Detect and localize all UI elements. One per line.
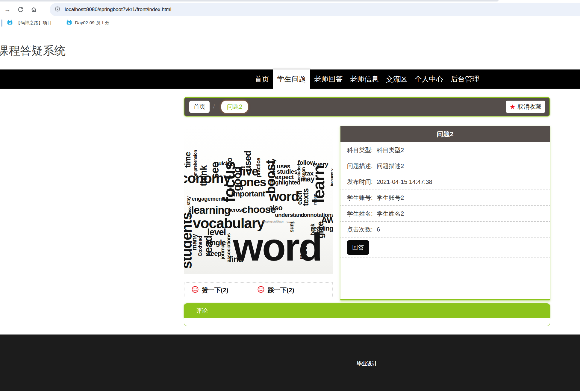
- wordcloud-word: important: [231, 190, 265, 198]
- dislike-label: 踩一下(2): [268, 286, 294, 294]
- question-row-value: 2021-04-15 14:47:38: [377, 178, 432, 185]
- url-text[interactable]: localhost:8080/springboot7vkr1/front/ind…: [65, 7, 171, 13]
- main-nav-items: 首页学生问题老师回答老师信息交流区个人中心后台管理: [184, 69, 550, 89]
- page-footer: 毕业设计: [0, 335, 580, 391]
- wordcloud-word: also: [269, 204, 282, 211]
- wordcloud-word: engagement: [192, 196, 223, 202]
- content-column: 首页 / 问题2 ★ 取消收藏 timecomprehensionthinkse…: [184, 97, 550, 326]
- wordcloud-word: follow: [298, 159, 315, 166]
- footer-inner: 毕业设计: [184, 335, 550, 367]
- wordcloud-word: practice: [256, 158, 261, 177]
- wordcloud-word: list: [299, 247, 308, 259]
- refresh-icon[interactable]: [17, 6, 24, 13]
- like-label: 赞一下(2): [202, 286, 228, 294]
- question-title: 问题2: [340, 126, 550, 142]
- wordcloud-word: texts: [302, 188, 310, 206]
- question-row-value: 问题描述2: [377, 162, 404, 170]
- breadcrumb: 首页 / 问题2 ★ 取消收藏: [184, 97, 550, 116]
- question-row: 学生账号:学生账号2: [340, 190, 550, 206]
- wordcloud-word: ones: [240, 176, 266, 188]
- wordcloud-word: level: [207, 228, 226, 237]
- wordcloud-word: understand: [275, 212, 304, 218]
- like-button[interactable]: 赞一下(2): [191, 286, 228, 295]
- question-media-column: timecomprehensionthinkseequickgoconomyfo…: [184, 126, 333, 298]
- nav-item-6[interactable]: 后台管理: [447, 69, 483, 89]
- info-icon[interactable]: [54, 6, 60, 13]
- wordcloud-word: time: [184, 152, 192, 168]
- bookmarks-divider: [1, 19, 2, 27]
- wordcloud-word: included: [296, 164, 301, 181]
- question-row-label: 科目类型:: [347, 146, 377, 154]
- comments-section: 评论: [184, 303, 550, 326]
- question-row: 问题描述:问题描述2: [340, 158, 550, 174]
- wordcloud-word: mean: [313, 194, 317, 205]
- breadcrumb-home-button[interactable]: 首页: [189, 101, 210, 113]
- bookmark-label: Day02-09-员工分...: [75, 20, 113, 26]
- unfavorite-label: 取消收藏: [517, 103, 541, 111]
- star-icon: ★: [510, 104, 515, 110]
- comments-body: [184, 318, 550, 326]
- question-rows: 科目类型:科目类型2问题描述:问题描述2发布时间:2021-04-15 14:4…: [340, 142, 550, 237]
- question-row-value: 学生账号2: [377, 194, 404, 202]
- question-detail-row: timecomprehensionthinkseequickgoconomyfo…: [184, 126, 550, 300]
- bilibili-icon: [66, 19, 75, 27]
- wordcloud-word: stay: [186, 196, 191, 205]
- question-row-label: 学生账号:: [347, 194, 377, 202]
- reactions-bar: 赞一下(2) 踩一下(2): [184, 282, 333, 298]
- wordcloud-word: note: [278, 246, 284, 256]
- breadcrumb-current-button[interactable]: 问题2: [221, 101, 248, 113]
- bookmarks-bar: 【码神之路】项目... Day02-09-员工分...: [0, 17, 580, 28]
- smile-icon: [191, 286, 202, 295]
- answer-button[interactable]: 回答: [347, 240, 369, 255]
- wordcloud-word: journals: [220, 241, 225, 259]
- wordcloud-word: keep: [207, 250, 222, 257]
- nav-item-1[interactable]: 学生问题: [273, 69, 310, 89]
- wordcloud-image: timecomprehensionthinkseequickgoconomyfo…: [184, 126, 333, 274]
- wordcloud-word: keeping Middleton: [263, 220, 283, 223]
- question-row: 发布时间:2021-04-15 14:47:38: [340, 174, 550, 190]
- wordcloud-word: word: [269, 190, 299, 203]
- dislike-button[interactable]: 踩一下(2): [257, 286, 332, 295]
- question-row-label: 点击次数:: [347, 225, 377, 234]
- bookmark-label: 【码神之路】项目...: [16, 20, 56, 26]
- question-row-label: 问题描述:: [347, 162, 377, 170]
- address-bar[interactable]: localhost:8080/springboot7vkr1/front/ind…: [50, 3, 580, 16]
- nav-item-0[interactable]: 首页: [252, 69, 272, 89]
- unfavorite-button[interactable]: ★ 取消收藏: [506, 101, 545, 113]
- frown-icon: [257, 286, 268, 295]
- bookmark-item-2[interactable]: Day02-09-员工分...: [66, 19, 113, 27]
- wordcloud-word: money: [271, 159, 276, 175]
- question-panel: 问题2 科目类型:科目类型2问题描述:问题描述2发布时间:2021-04-15 …: [340, 126, 550, 300]
- wordcloud-word: many: [191, 234, 198, 250]
- question-row-label: 发布时间:: [347, 178, 377, 186]
- wordcloud-word: highlighted: [270, 179, 300, 185]
- question-row-value: 科目类型2: [377, 146, 404, 154]
- browser-toolbar: → localhost:8080/springboot7vkr1/front/i…: [0, 1, 580, 17]
- nav-item-4[interactable]: 交流区: [383, 69, 411, 89]
- nav-item-5[interactable]: 个人中心: [411, 69, 447, 89]
- question-row-value: 6: [377, 226, 380, 233]
- wordcloud-word: frequently: [330, 169, 333, 186]
- question-row: 点击次数:6: [340, 222, 550, 237]
- question-row: 科目类型:科目类型2: [340, 142, 550, 158]
- answer-button-row: 回答: [340, 237, 550, 258]
- nav-item-2[interactable]: 老师回答: [311, 69, 346, 89]
- wordcloud-word: word: [233, 228, 321, 267]
- wordcloud-word: AWL: [321, 216, 333, 225]
- question-row: 学生姓名:学生姓名2: [340, 206, 550, 222]
- page: → localhost:8080/springboot7vkr1/front/i…: [0, 0, 580, 392]
- bookmark-item-1[interactable]: 【码神之路】项目...: [7, 19, 56, 27]
- nav-item-3[interactable]: 老师信息: [347, 69, 382, 89]
- comments-header: 评论: [184, 303, 550, 318]
- home-icon[interactable]: [31, 6, 37, 13]
- wordcloud-word: sum: [289, 222, 294, 232]
- forward-icon[interactable]: →: [4, 6, 11, 13]
- question-row-value: 学生姓名2: [377, 210, 404, 218]
- breadcrumb-separator: /: [213, 104, 215, 110]
- wordcloud-word: reading: [311, 225, 333, 232]
- main-nav: 首页学生问题老师回答老师信息交流区个人中心后台管理: [0, 69, 580, 89]
- site-title: 课程答疑系统: [0, 44, 580, 57]
- question-row-label: 学生姓名:: [347, 210, 377, 218]
- bilibili-icon: [7, 19, 16, 27]
- footer-text: 毕业设计: [357, 361, 377, 367]
